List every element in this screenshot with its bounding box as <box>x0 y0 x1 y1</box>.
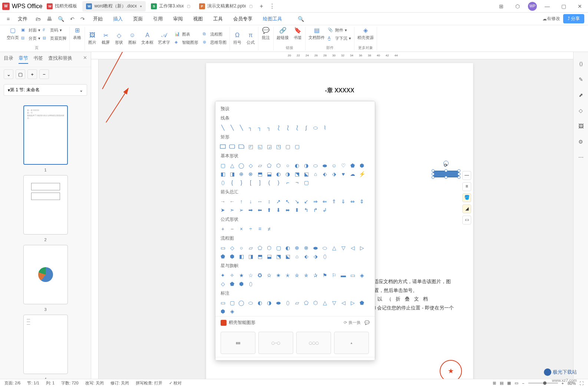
shape-glyph[interactable]: ☆ <box>247 272 254 279</box>
shape-glyph[interactable]: ⬭ <box>312 162 319 169</box>
line-shape[interactable]: ╲ <box>228 124 236 131</box>
shape-glyph[interactable]: ◑ <box>303 162 310 169</box>
shape-glyph[interactable]: ⬢ <box>358 162 366 169</box>
shape-glyph[interactable]: ↰ <box>303 207 310 213</box>
shape-glyph[interactable]: ✰ <box>312 272 319 279</box>
sidebar-close-icon[interactable]: ✕ <box>83 55 87 64</box>
modify-status[interactable]: ☁ 有修改 <box>542 16 560 22</box>
shape-glyph[interactable]: ⬢ <box>219 308 227 315</box>
shape-glyph[interactable]: ⬬ <box>275 299 282 306</box>
shape-glyph[interactable]: ▱ <box>293 299 301 306</box>
line-shape[interactable]: ╲ <box>238 124 245 131</box>
shape-glyph[interactable]: ↗ <box>275 198 282 205</box>
share-button[interactable]: ⤴ 分享 <box>563 14 584 23</box>
shape-glyph[interactable]: ⇑ <box>330 198 338 205</box>
ribbon-icons[interactable]: ☺图标 <box>128 32 137 45</box>
shape-glyph[interactable]: ⬠ <box>256 245 264 251</box>
ribbon-pagenum[interactable]: #页码 ▾ <box>43 27 66 34</box>
ribbon-table[interactable]: ⊞表格 <box>73 27 82 40</box>
elbow-shape[interactable]: ┐ <box>256 124 264 131</box>
shape-glyph[interactable]: ☺ <box>330 162 338 169</box>
shape-glyph[interactable]: ✯ <box>303 272 310 279</box>
elbow-shape[interactable]: ┐ <box>265 124 273 131</box>
sidebar-tab-find[interactable]: 查找和替换 <box>48 55 72 64</box>
status-page[interactable]: 页面: 2/6 <box>4 380 20 386</box>
shape-glyph[interactable]: ◐ <box>293 162 301 169</box>
menu-file[interactable]: 文件 <box>13 14 33 24</box>
close-button[interactable]: ✕ <box>574 1 586 12</box>
shape-glyph[interactable]: ▷ <box>349 299 356 306</box>
shape-glyph[interactable]: ⬅ <box>256 207 264 213</box>
status-spell[interactable]: 拼写检查: 打开 <box>136 380 162 386</box>
ribbon-bookmark[interactable]: 🔖书签 <box>293 27 302 40</box>
shape-glyph[interactable]: ⇕ <box>358 198 366 205</box>
shape-glyph[interactable]: ↙ <box>303 198 310 205</box>
elbow-shape[interactable]: ┐ <box>247 124 254 131</box>
maximize-button[interactable]: ▢ <box>558 1 569 12</box>
ribbon-pagebreak[interactable]: ⊟分页 ▾ <box>21 35 40 42</box>
shape-glyph[interactable]: ⊕ <box>238 171 245 177</box>
smart-template-3[interactable]: ◯◯◯ <box>296 332 331 354</box>
menu-drawing-tools[interactable]: 绘图工具 <box>258 14 287 24</box>
shape-glyph[interactable]: ★ <box>238 272 245 279</box>
shape-glyph[interactable]: ⊗ <box>247 171 254 177</box>
shape-glyph[interactable]: ⬭ <box>247 299 254 306</box>
thumb-4[interactable]: ━━━━━━━━━ <box>23 315 68 374</box>
shape-glyph[interactable]: ⚐ <box>330 272 338 279</box>
round-rect-shape[interactable]: ▢ <box>284 143 291 150</box>
shape-glyph[interactable]: ○ <box>284 162 291 169</box>
search-icon[interactable]: 🔍 <box>295 14 307 23</box>
resize-handle[interactable] <box>432 169 435 172</box>
view-mode-icon[interactable]: ⊞ <box>493 381 496 386</box>
shape-glyph[interactable]: ⬕ <box>303 171 310 177</box>
ribbon-wordart[interactable]: 𝒜艺术字 <box>158 32 170 45</box>
shape-glyph[interactable]: ⬠ <box>303 299 310 306</box>
shape-glyph[interactable]: ♥ <box>340 171 347 177</box>
shape-glyph[interactable]: ◁ <box>340 299 347 306</box>
ribbon-textbox[interactable]: A文本框 <box>141 32 153 45</box>
shape-glyph[interactable]: ♡ <box>340 162 347 169</box>
snip-rect-shape[interactable]: ◰ <box>247 143 254 150</box>
resize-handle[interactable] <box>432 176 435 179</box>
status-words[interactable]: 字数: 720 <box>61 380 78 386</box>
shape-glyph[interactable]: ↲ <box>321 207 328 213</box>
cube-icon[interactable]: ⬡ <box>512 1 523 12</box>
resize-handle[interactable] <box>457 169 460 172</box>
ribbon-flowchart[interactable]: ⧉流程图 <box>203 31 227 38</box>
snip-rect-shape[interactable]: ◱ <box>256 143 264 150</box>
shape-glyph[interactable]: ⬕ <box>284 253 291 260</box>
tab-word-doc[interactable]: W word教程（新）.docx ● <box>82 1 146 12</box>
menu-page[interactable]: 页面 <box>128 14 148 24</box>
shape-glyph[interactable]: ) <box>275 179 282 186</box>
status-revise[interactable]: 改写: 关闭 <box>85 380 104 386</box>
minimize-button[interactable]: — <box>541 1 553 12</box>
ribbon-dropcap[interactable]: A̲字下沉 ▾ <box>328 35 351 42</box>
ribbon-hyperlink[interactable]: 🔗超链接 <box>277 27 289 40</box>
preview-icon[interactable]: 🔍 <box>55 14 67 23</box>
curve-shape[interactable]: ∫ <box>303 124 310 131</box>
ribbon-attachment[interactable]: 📎附件 ▾ <box>328 27 351 34</box>
shape-fill-icon[interactable]: ◢ <box>462 204 471 213</box>
shape-glyph[interactable]: ▱ <box>247 245 254 251</box>
shape-glyph[interactable]: ◐ <box>284 245 291 251</box>
shape-glyph[interactable]: ⬟ <box>228 281 236 287</box>
shape-glyph[interactable]: ➢ <box>238 207 245 213</box>
shape-glyph[interactable]: ✭ <box>284 272 291 279</box>
redo-icon[interactable]: ↷ <box>77 14 88 23</box>
divide-shape[interactable]: ÷ <box>247 226 254 232</box>
shape-glyph[interactable]: ⬍ <box>293 207 301 213</box>
thumb-2[interactable] <box>23 175 68 235</box>
shape-glyph[interactable]: ⬯ <box>219 179 227 186</box>
ribbon-symbol[interactable]: Ω符号 <box>233 32 242 45</box>
status-revision[interactable]: 修订: 关闭 <box>110 380 129 386</box>
freeform-shape[interactable]: ⬭ <box>312 124 319 131</box>
expand-icon[interactable]: ⟨⟩ <box>577 59 585 68</box>
shape-glyph[interactable]: ⬒ <box>256 171 264 177</box>
shape-glyph[interactable]: ➣ <box>228 207 236 213</box>
round-rect-shape[interactable]: ◳ <box>275 143 282 150</box>
print-icon[interactable]: 🖶 <box>44 14 55 23</box>
shape-glyph[interactable]: ↓ <box>247 198 254 205</box>
fullscreen-icon[interactable]: ⛶ <box>579 381 584 386</box>
ribbon-header-footer[interactable]: ⊟页眉页脚 <box>43 35 66 42</box>
resize-handle[interactable] <box>457 176 460 179</box>
